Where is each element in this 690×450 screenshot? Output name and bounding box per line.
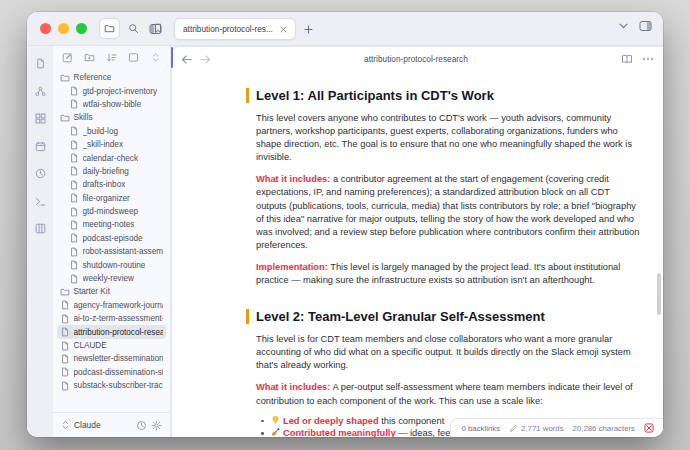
tree-item[interactable]: file-organizer bbox=[57, 192, 166, 205]
new-folder-icon[interactable] bbox=[84, 49, 95, 67]
tree-folder[interactable]: Starter Kit bbox=[57, 285, 166, 298]
toggle-right-sidebar-button[interactable] bbox=[639, 20, 652, 32]
tree-item[interactable]: calendar-check bbox=[57, 151, 166, 164]
tab-label: attribution-protocol-res... bbox=[183, 24, 273, 34]
pane-divider-accent bbox=[171, 47, 173, 68]
tree-item[interactable]: podcast-episode bbox=[57, 232, 166, 245]
minimize-window-button[interactable] bbox=[58, 23, 69, 34]
inline-lead: What it includes: bbox=[256, 174, 330, 184]
settings-button[interactable] bbox=[151, 420, 162, 431]
editor-pane: attribution-protocol-research Level 1: A… bbox=[171, 46, 663, 437]
plugin-status-icon[interactable] bbox=[644, 423, 654, 433]
tree-item[interactable]: shutdown-routine bbox=[57, 258, 166, 271]
tab-close-icon[interactable] bbox=[280, 26, 287, 33]
editor-header: attribution-protocol-research bbox=[172, 47, 663, 71]
paragraph: This level covers anyone who contributes… bbox=[256, 112, 640, 164]
kanban-icon[interactable] bbox=[35, 220, 46, 238]
tree-item[interactable]: agency-framework-journal-research bbox=[57, 299, 166, 312]
vault-bar[interactable]: Claude bbox=[53, 412, 170, 437]
gear-icon bbox=[151, 420, 162, 431]
ribbon bbox=[27, 46, 53, 437]
book-icon bbox=[621, 54, 633, 64]
tree-item-active[interactable]: attribution-protocol-research bbox=[57, 325, 166, 338]
pencil-icon bbox=[509, 424, 518, 433]
tree-folder[interactable]: Reference bbox=[57, 71, 166, 84]
new-tab-button[interactable] bbox=[304, 25, 313, 34]
note-title: attribution-protocol-research bbox=[219, 54, 613, 64]
tab-list-dropdown-button[interactable] bbox=[619, 23, 628, 29]
tree-item[interactable]: robot-assistant-assembler bbox=[57, 245, 166, 258]
tree-item[interactable]: meeting-notes bbox=[57, 218, 166, 231]
explorer-toolbar bbox=[53, 46, 170, 69]
character-count[interactable]: 20,286 characters bbox=[573, 424, 635, 433]
traffic-lights bbox=[40, 23, 87, 34]
toggle-left-sidebar-button[interactable] bbox=[145, 19, 166, 40]
paragraph: What it includes: A per-output self-asse… bbox=[256, 381, 640, 407]
card-layout-icon[interactable] bbox=[128, 49, 139, 67]
note-content[interactable]: Level 1: All Participants in CDT's Work … bbox=[172, 71, 663, 437]
tree-item[interactable]: drafts-inbox bbox=[57, 178, 166, 191]
editor-scrollbar[interactable] bbox=[657, 273, 661, 315]
arrow-left-icon bbox=[181, 55, 192, 64]
editor-tab[interactable]: attribution-protocol-res... bbox=[174, 18, 296, 40]
quick-switcher-icon[interactable] bbox=[35, 55, 46, 73]
reading-view-button[interactable] bbox=[621, 54, 633, 64]
tree-item[interactable]: ai-to-z-term-assessment-framework bbox=[57, 312, 166, 325]
tree-item[interactable]: wtfai-show-bible bbox=[57, 98, 166, 111]
more-options-button[interactable] bbox=[642, 57, 654, 61]
arrow-right-icon bbox=[200, 55, 211, 64]
inline-lead: What it includes: bbox=[256, 382, 330, 392]
navigate-forward-button[interactable] bbox=[200, 55, 211, 64]
app-window: attribution-protocol-res... bbox=[27, 12, 663, 437]
tree-item[interactable]: gtd-mindsweep bbox=[57, 205, 166, 218]
tree-item[interactable]: _skill-index bbox=[57, 138, 166, 151]
zoom-window-button[interactable] bbox=[76, 23, 87, 34]
tree-item[interactable]: weekly-review bbox=[57, 272, 166, 285]
file-explorer: Reference gtd-project-inventory wtfai-sh… bbox=[53, 46, 171, 437]
graph-view-icon[interactable] bbox=[35, 83, 46, 101]
tree-item[interactable]: _build-log bbox=[57, 125, 166, 138]
writing-hand-emoji bbox=[270, 427, 281, 437]
vault-name: Claude bbox=[74, 420, 101, 430]
tree-item[interactable]: substack-subscriber-tracking-research bbox=[57, 379, 166, 392]
tree-item[interactable]: daily-briefing bbox=[57, 165, 166, 178]
new-note-icon[interactable] bbox=[62, 49, 73, 67]
backlinks-count[interactable]: 0 backlinks bbox=[462, 424, 501, 433]
lightbulb-emoji bbox=[270, 415, 281, 425]
tree-folder[interactable]: Skills bbox=[57, 111, 166, 124]
ellipsis-icon bbox=[642, 57, 654, 61]
history-icon[interactable] bbox=[35, 165, 46, 183]
sync-history-button[interactable] bbox=[136, 420, 147, 431]
collapse-all-icon[interactable] bbox=[150, 49, 161, 67]
status-bar: 0 backlinks 2,771 words 20,286 character… bbox=[450, 418, 663, 437]
clock-icon bbox=[136, 420, 147, 431]
paragraph: This level is for CDT team members and c… bbox=[256, 333, 640, 372]
tree-item[interactable]: podcast-dissemination-strategy-outline bbox=[57, 366, 166, 379]
file-tree: Reference gtd-project-inventory wtfai-sh… bbox=[53, 69, 170, 412]
terminal-icon[interactable] bbox=[35, 193, 46, 211]
panel-right-icon bbox=[639, 20, 652, 32]
sort-order-icon[interactable] bbox=[106, 49, 117, 67]
search-icon bbox=[128, 23, 139, 34]
close-window-button[interactable] bbox=[40, 23, 51, 34]
files-view-button[interactable] bbox=[99, 18, 120, 39]
heading-level-2: Level 2: Team-Level Granular Self-Assess… bbox=[246, 309, 640, 324]
vault-switcher-icon bbox=[61, 420, 70, 430]
tree-item[interactable]: CLAUDE bbox=[57, 339, 166, 352]
folder-icon bbox=[104, 23, 115, 34]
plus-icon bbox=[304, 25, 313, 34]
paragraph: What it includes: a contributor agreemen… bbox=[256, 173, 640, 252]
panel-left-icon bbox=[149, 23, 162, 35]
titlebar: attribution-protocol-res... bbox=[27, 12, 663, 46]
calendar-icon[interactable] bbox=[35, 138, 46, 156]
paragraph: Implementation: This level is largely ma… bbox=[256, 261, 640, 287]
canvas-icon[interactable] bbox=[35, 110, 46, 128]
chevron-down-icon bbox=[619, 23, 628, 29]
tree-item[interactable]: gtd-project-inventory bbox=[57, 84, 166, 97]
search-button[interactable] bbox=[123, 18, 144, 39]
word-count[interactable]: 2,771 words bbox=[521, 424, 563, 433]
heading-level-1: Level 1: All Participants in CDT's Work bbox=[246, 88, 640, 103]
inline-lead: Implementation: bbox=[256, 262, 328, 272]
tree-item[interactable]: newsletter-dissemination-strategy-ou... bbox=[57, 352, 166, 365]
navigate-back-button[interactable] bbox=[181, 55, 192, 64]
